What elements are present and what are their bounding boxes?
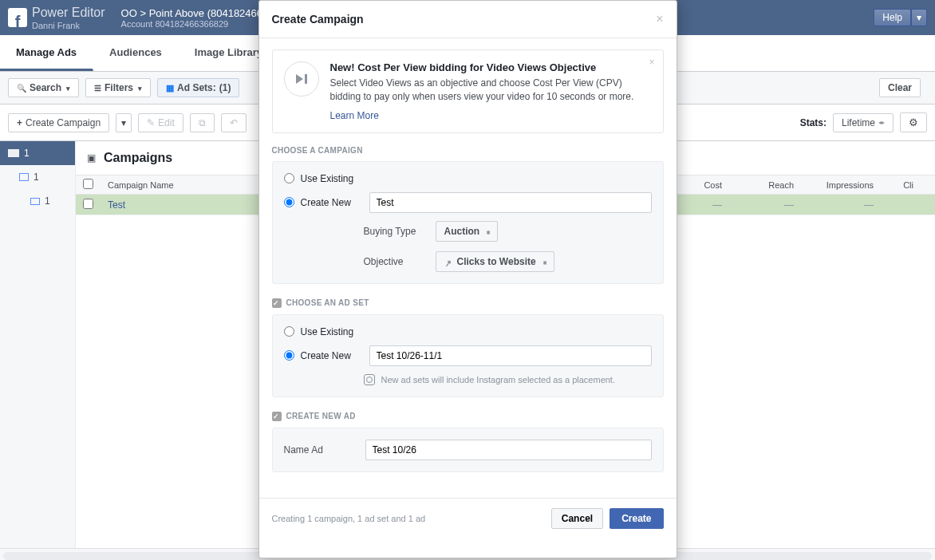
adset-use-existing-radio[interactable] <box>284 326 294 337</box>
info-panel: × New! Cost Per View bidding for Video V… <box>272 49 664 133</box>
campaign-name-input[interactable] <box>369 192 652 213</box>
modal-title: Create Campaign <box>272 13 364 26</box>
section3-text: CREATE NEW AD <box>286 412 356 420</box>
use-existing-radio[interactable] <box>284 173 294 183</box>
objective-label: Objective <box>364 256 428 267</box>
buying-type-label: Buying Type <box>364 226 428 237</box>
cancel-button[interactable]: Cancel <box>551 508 603 529</box>
create-new-radio[interactable] <box>284 197 294 207</box>
modal-body: × New! Cost Per View bidding for Video V… <box>259 38 677 498</box>
check-icon: ✓ <box>272 412 282 421</box>
create-button[interactable]: Create <box>610 508 663 529</box>
instagram-icon <box>364 374 375 385</box>
adset-form-block: Use Existing Create New New ad sets will… <box>272 314 664 397</box>
tip-body: Select Video Views as an objective and c… <box>330 77 652 104</box>
adset-use-existing-label: Use Existing <box>301 326 354 337</box>
buying-type-value: Auction <box>444 226 480 237</box>
ad-name-input[interactable] <box>365 440 652 460</box>
objective-dropdown[interactable]: Clicks to Website <box>436 251 554 272</box>
name-ad-label: Name Ad <box>284 444 357 455</box>
close-icon[interactable]: × <box>656 12 663 26</box>
learn-more-link[interactable]: Learn More <box>330 110 379 121</box>
ad-form-block: Name Ad <box>272 428 664 472</box>
create-campaign-modal: Create Campaign × × New! Cost Per View b… <box>258 0 677 558</box>
section-create-ad: ✓ CREATE NEW AD <box>272 412 664 421</box>
adset-create-new-label: Create New <box>301 350 363 361</box>
section-choose-adset: ✓ CHOOSE AN AD SET <box>272 298 664 308</box>
section2-text: CHOOSE AN AD SET <box>286 298 369 307</box>
use-existing-label: Use Existing <box>301 173 354 184</box>
adset-create-new-radio[interactable] <box>284 350 294 361</box>
video-icon <box>284 61 319 97</box>
cursor-icon <box>444 258 452 266</box>
modal-backdrop: Create Campaign × × New! Cost Per View b… <box>0 0 935 560</box>
tip-heading: New! Cost Per View bidding for Video Vie… <box>330 61 597 73</box>
adset-name-input[interactable] <box>369 345 652 366</box>
campaign-form-block: Use Existing Create New Buying Type Auct… <box>272 161 664 284</box>
create-new-label: Create New <box>301 197 363 208</box>
close-tip-icon[interactable]: × <box>649 57 654 68</box>
objective-value: Clicks to Website <box>457 256 536 267</box>
modal-footer: Creating 1 campaign, 1 ad set and 1 ad C… <box>259 498 677 538</box>
instagram-note: New ad sets will include Instagram selec… <box>364 374 652 385</box>
footer-status: Creating 1 campaign, 1 ad set and 1 ad <box>272 514 426 523</box>
modal-header: Create Campaign × <box>259 1 677 38</box>
check-icon: ✓ <box>272 298 282 308</box>
buying-type-dropdown[interactable]: Auction <box>436 221 499 242</box>
section-choose-campaign: CHOOSE A CAMPAIGN <box>272 146 664 155</box>
instagram-note-text: New ad sets will include Instagram selec… <box>381 375 615 385</box>
